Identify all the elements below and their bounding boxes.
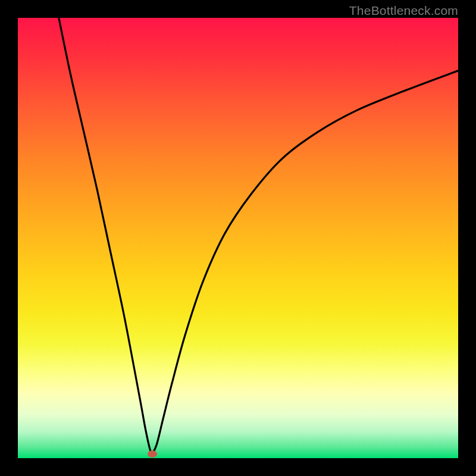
bottleneck-curve: [18, 18, 458, 458]
watermark-text: TheBottleneck.com: [349, 4, 458, 18]
plot-area: [18, 18, 458, 458]
minimum-marker: [148, 450, 157, 458]
chart-frame: TheBottleneck.com: [0, 0, 476, 476]
